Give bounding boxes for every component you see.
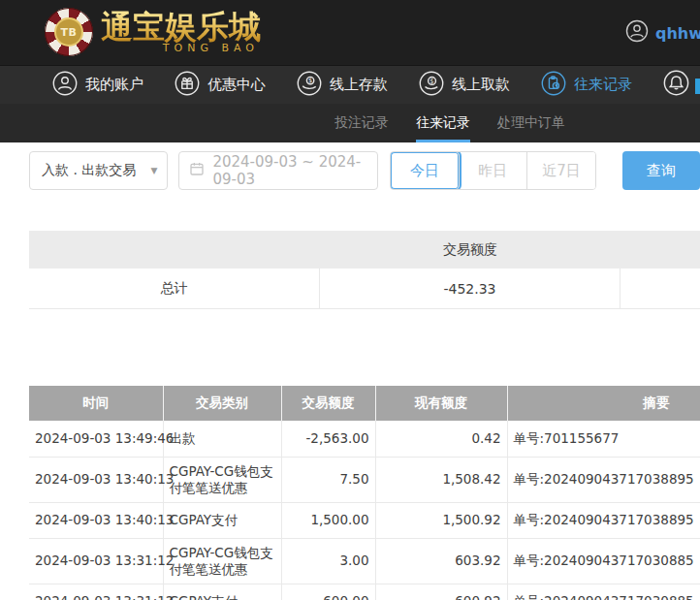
cell-summary: 单号:202409043717038895 [507,502,700,538]
column-type: 交易类别 [163,386,281,421]
cell-time: 2024-09-03 13:40:13 [29,502,163,538]
yesterday-button[interactable]: 昨日 [460,152,527,189]
table-row: 2024-09-03 13:40:13 CGPAY-CG钱包支付笔笔送优惠 7.… [29,457,700,502]
transactions-table: 时间 交易类别 交易额度 现有额度 摘要 2024-09-03 13:49:46… [29,386,700,600]
cell-amount: 1,500.00 [281,502,375,538]
cell-time: 2024-09-03 13:31:12 [29,584,163,600]
nav-item-label: 我的账户 [85,76,143,94]
cell-balance: 1,500.92 [375,502,507,538]
column-balance: 现有额度 [375,386,507,421]
tab-transaction-records[interactable]: 往来记录 [416,104,470,142]
summary-table: 交易额度 总计 -452.33 [29,231,700,309]
account-icon [52,71,78,100]
summary-header-row: 交易额度 [29,231,700,268]
table-row: 2024-09-03 13:31:12 CGPAY支付 600.00 600.9… [29,584,700,600]
cell-type: CGPAY支付 [163,584,281,600]
column-amount: 交易额度 [281,386,375,421]
last-7-days-button[interactable]: 近7日 [527,152,595,189]
cell-balance: 0.42 [375,421,507,457]
cell-summary: 单号:202409043717038895 [507,457,700,502]
cell-amount: 3.00 [281,538,375,584]
quick-range-group: 今日 昨日 近7日 [390,151,596,190]
cell-amount: 7.50 [281,457,375,502]
main-nav: 我的账户 优惠中心 $ 线上存款 [0,65,700,104]
tab-betting-records[interactable]: 投注记录 [334,104,389,142]
cell-type: CGPAY支付 [163,502,281,538]
gift-icon [175,71,200,100]
table-header-row: 时间 交易类别 交易额度 现有额度 摘要 [29,386,700,421]
summary-empty-cell [620,268,700,308]
today-button[interactable]: 今日 [391,152,459,189]
nav-item-label: 线上取款 [452,76,510,94]
select-value: 入款 . 出款交易 [42,162,136,179]
site-logo[interactable]: TB 通宝娱乐城 TONG BAO [45,8,261,56]
summary-total-value: -452.33 [320,268,620,308]
table-row: 2024-09-03 13:31:12 CGPAY-CG钱包支付笔笔送优惠 3.… [29,538,700,584]
withdraw-icon: $ [419,71,444,100]
site-title: 通宝娱乐城 [101,10,261,45]
nav-item-label: 往来记录 [574,76,632,94]
user-icon [625,19,649,47]
nav-item-promotions[interactable]: 优惠中心 [175,71,266,100]
nav-item-withdraw[interactable]: $ 线上取款 [419,71,510,100]
cell-type: CGPAY-CG钱包支付笔笔送优惠 [163,538,281,584]
filter-bar: 入款 . 出款交易 ▼ 2024-09-03 ~ 2024-09-03 今日 昨… [29,151,700,190]
user-account[interactable]: qhhw2 [625,19,700,47]
record-tabs: 投注记录 往来记录 处理中订单 [0,104,700,142]
bell-icon [663,70,689,100]
cell-time: 2024-09-03 13:40:13 [29,457,163,502]
date-range-input[interactable]: 2024-09-03 ~ 2024-09-03 [178,151,378,190]
cell-summary: 单号:701155677 [507,421,700,457]
chevron-down-icon: ▼ [150,166,157,175]
deposit-icon: $ [297,71,322,100]
nav-item-account[interactable]: 我的账户 [52,71,143,100]
tab-processing-orders[interactable]: 处理中订单 [497,104,565,142]
summary-header-amount: 交易额度 [320,241,620,259]
cell-amount: -2,563.00 [281,421,375,457]
cell-summary: 单号:202409043717030885 [507,584,700,600]
table-row: 2024-09-03 13:40:13 CGPAY支付 1,500.00 1,5… [29,502,700,538]
cell-type: CGPAY-CG钱包支付笔笔送优惠 [163,457,281,502]
svg-text:$: $ [430,77,433,84]
nav-item-announcements[interactable] [663,70,689,100]
page: TB 通宝娱乐城 TONG BAO qhhw2 [0,0,700,600]
cell-type: 出款 [163,421,281,457]
nav-item-label: 优惠中心 [207,76,266,94]
username[interactable]: qhhw2 [655,24,700,43]
cell-amount: 600.00 [281,584,375,600]
cell-balance: 600.92 [375,584,507,600]
top-header: TB 通宝娱乐城 TONG BAO qhhw2 [0,0,700,65]
cell-time: 2024-09-03 13:49:46 [29,421,163,457]
calendar-icon [189,161,205,180]
nav-item-deposit[interactable]: $ 线上存款 [297,71,388,100]
summary-total-label: 总计 [29,268,320,308]
clipped-nav-item-label [695,79,700,94]
cell-summary: 单号:202409043717030885 [507,538,700,584]
search-button[interactable]: 查询 [622,151,700,190]
column-summary: 摘要 [507,386,700,421]
logo-text: 通宝娱乐城 TONG BAO [101,10,261,54]
nav-item-label: 线上存款 [330,76,388,94]
chip-monogram: TB [54,17,83,47]
svg-text:$: $ [308,77,312,84]
casino-chip-icon: TB [45,8,93,56]
column-time: 时间 [29,386,163,421]
cell-balance: 603.92 [375,538,507,584]
cell-balance: 1,508.42 [375,457,507,502]
transaction-type-select[interactable]: 入款 . 出款交易 ▼ [29,151,168,190]
date-range-value: 2024-09-03 ~ 2024-09-03 [212,153,367,188]
records-icon [541,71,566,100]
nav-item-records[interactable]: 往来记录 [541,71,632,100]
summary-total-row: 总计 -452.33 [29,268,700,309]
cell-time: 2024-09-03 13:31:12 [29,538,163,584]
table-row: 2024-09-03 13:49:46 出款 -2,563.00 0.42 单号… [29,421,700,457]
